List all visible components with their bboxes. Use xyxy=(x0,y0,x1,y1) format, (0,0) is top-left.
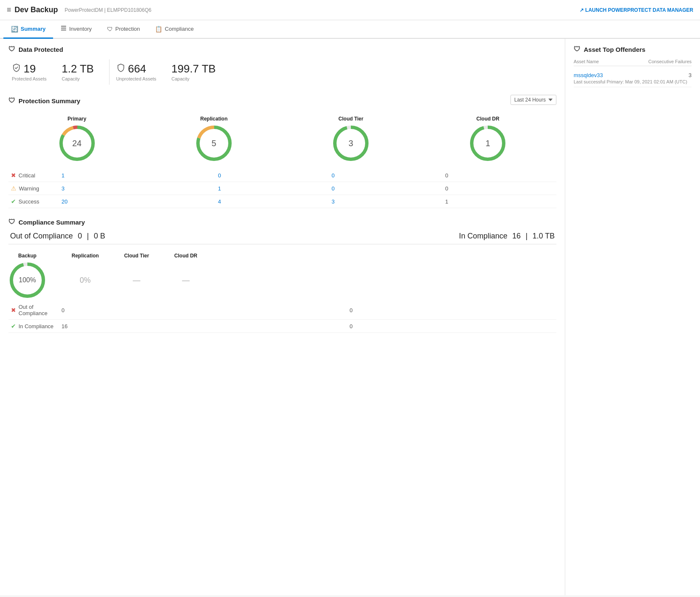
launch-link[interactable]: ↗ LAUNCH POWERPROTECT DATA MANAGER xyxy=(580,7,693,13)
compliance-out-backup: 0 xyxy=(61,307,64,313)
donut-replication-label: Replication xyxy=(200,116,228,122)
compliance-replication-label: Replication xyxy=(72,253,99,259)
tab-inventory-label: Inventory xyxy=(69,26,91,32)
data-protected-title: Data Protected xyxy=(19,46,63,53)
compliance-replication-value: 0% xyxy=(80,276,91,285)
compliance-summary-section: 🛡 Compliance Summary Out of Compliance 0… xyxy=(8,218,556,333)
inventory-tab-icon xyxy=(61,25,67,32)
compliance-row-in: ✔ In Compliance 16 0 xyxy=(8,320,556,333)
warning-clouddr: 0 xyxy=(445,185,448,192)
compliance-clouddr-value: — xyxy=(182,276,190,285)
success-primary[interactable]: 20 xyxy=(61,198,67,205)
critical-clouddr: 0 xyxy=(445,172,448,179)
donut-replication-number: 5 xyxy=(211,139,216,148)
out-of-compliance-size: 0 B xyxy=(94,232,105,240)
compliance-row-out: ✖ Out of Compliance 0 0 xyxy=(8,301,556,320)
app-subtitle: PowerProtectDM | ELMPPD101806Q6 xyxy=(65,7,152,13)
compliance-in-label: In Compliance xyxy=(19,323,53,329)
success-icon: ✔ xyxy=(11,198,16,205)
in-compliance-count: 16 xyxy=(512,232,521,240)
time-range-dropdown[interactable]: Last 24 Hours Last 7 Days Last 30 Days xyxy=(510,95,556,105)
hamburger-icon[interactable]: ≡ xyxy=(7,5,11,14)
warning-icon: ⚠ xyxy=(11,185,16,192)
protection-summary-section: 🛡 Protection Summary Last 24 Hours Last … xyxy=(8,95,556,208)
donut-replication: Replication 5 xyxy=(195,116,233,162)
critical-cloudtier[interactable]: 0 xyxy=(331,172,334,179)
critical-label: Critical xyxy=(19,172,35,179)
tab-compliance[interactable]: 📋 Compliance xyxy=(147,20,201,39)
data-protected-section: 🛡 Data Protected 19 Protected Asse xyxy=(8,46,556,85)
donut-clouddr-label: Cloud DR xyxy=(476,116,500,122)
out-of-compliance-label: Out of Compliance xyxy=(10,232,73,240)
warning-replication[interactable]: 1 xyxy=(218,185,221,192)
svg-rect-0 xyxy=(61,26,66,27)
compliance-out-label: Out of Compliance xyxy=(19,304,56,316)
compliance-backup-number: 100% xyxy=(19,276,36,284)
critical-primary[interactable]: 1 xyxy=(61,172,64,179)
tab-summary-label: Summary xyxy=(21,26,45,32)
compliance-replication-col: Replication 0% xyxy=(72,253,99,299)
compliance-out-replication: 0 xyxy=(350,307,353,313)
compliance-shield-icon: 🛡 xyxy=(8,218,15,226)
protection-summary-title: Protection Summary xyxy=(19,97,80,104)
compliance-cloudtier-value: — xyxy=(133,276,140,285)
compliance-clouddr-label: Cloud DR xyxy=(174,253,198,259)
table-row-critical: ✖ Critical 1 0 0 0 xyxy=(8,169,556,182)
critical-icon: ✖ xyxy=(11,172,16,179)
protected-assets-number: 19 xyxy=(24,62,36,75)
compliance-critical-icon: ✖ xyxy=(11,307,16,313)
compliance-cloudtier-col: Cloud Tier — xyxy=(124,253,149,299)
external-link-icon: ↗ xyxy=(580,7,584,13)
compliance-summary-title: Compliance Summary xyxy=(19,219,85,226)
data-protected-shield-icon: 🛡 xyxy=(8,46,15,53)
warning-label: Warning xyxy=(19,185,39,192)
out-of-compliance-count: 0 xyxy=(78,232,82,240)
compliance-table: ✖ Out of Compliance 0 0 ✔ In Compliance xyxy=(8,301,556,333)
warning-primary[interactable]: 3 xyxy=(61,185,64,192)
unprotected-assets-icon xyxy=(116,63,126,75)
success-clouddr: 1 xyxy=(445,198,448,205)
in-compliance-size: 1.0 TB xyxy=(532,232,555,240)
donut-clouddr-number: 1 xyxy=(486,139,490,148)
compliance-backup-col: Backup 100% xyxy=(8,253,46,299)
donut-cloudtier: Cloud Tier 3 xyxy=(332,116,370,162)
compliance-success-icon: ✔ xyxy=(11,323,16,329)
protection-summary-table: ✖ Critical 1 0 0 0 ⚠ Warni xyxy=(8,169,556,208)
offender-failures: 3 xyxy=(689,72,692,78)
summary-tab-icon: 🔄 xyxy=(11,26,18,32)
protected-assets-icon xyxy=(12,63,21,75)
offender-name[interactable]: mssqldev33 xyxy=(574,72,687,78)
app-title: Dev Backup xyxy=(15,5,58,14)
tab-summary[interactable]: 🔄 Summary xyxy=(3,20,53,39)
donut-primary-label: Primary xyxy=(67,116,86,122)
unprotected-capacity-number: 199.7 TB xyxy=(171,62,216,75)
table-row-success: ✔ Success 20 4 3 1 xyxy=(8,195,556,208)
offenders-col-name: Asset Name xyxy=(574,59,599,64)
offenders-title: Asset Top Offenders xyxy=(584,46,645,53)
protected-capacity-label: Capacity xyxy=(62,76,80,81)
compliance-backup-label: Backup xyxy=(18,253,36,259)
protection-tab-icon: 🛡 xyxy=(107,26,113,32)
critical-replication[interactable]: 0 xyxy=(218,172,221,179)
success-replication[interactable]: 4 xyxy=(218,198,221,205)
compliance-clouddr-col: Cloud DR — xyxy=(174,253,198,299)
success-cloudtier[interactable]: 3 xyxy=(331,198,334,205)
right-panel: 🛡 Asset Top Offenders Asset Name Consecu… xyxy=(565,39,700,595)
donut-cloudtier-label: Cloud Tier xyxy=(339,116,363,122)
svg-rect-1 xyxy=(61,28,66,29)
donut-primary: Primary 24 xyxy=(58,116,96,162)
tab-compliance-label: Compliance xyxy=(165,26,194,32)
warning-cloudtier[interactable]: 0 xyxy=(331,185,334,192)
tab-bar: 🔄 Summary Inventory 🛡 Protection 📋 Compl… xyxy=(0,20,700,39)
donut-clouddr: Cloud DR 1 xyxy=(469,116,507,162)
protected-assets-label: Protected Assets xyxy=(12,76,47,81)
donut-cloudtier-number: 3 xyxy=(349,139,353,148)
unprotected-capacity-label: Capacity xyxy=(171,76,190,81)
success-label: Success xyxy=(19,198,39,205)
offender-item: mssqldev33 Last successful Primary: Mar … xyxy=(574,70,692,87)
compliance-tab-icon: 📋 xyxy=(155,26,162,32)
tab-inventory[interactable]: Inventory xyxy=(53,20,99,39)
tab-protection[interactable]: 🛡 Protection xyxy=(99,20,148,39)
compliance-in-replication: 0 xyxy=(350,323,353,329)
protected-capacity-number: 1.2 TB xyxy=(62,62,94,75)
